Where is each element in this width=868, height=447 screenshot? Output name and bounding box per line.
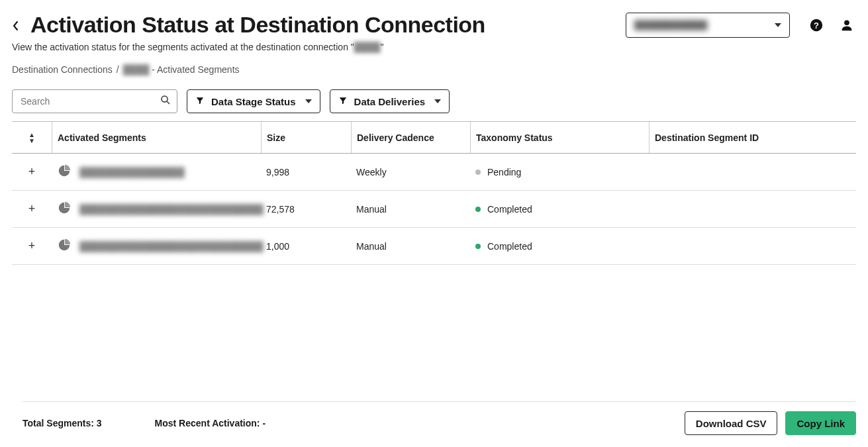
page-title: Activation Status at Destination Connect… [30,12,618,38]
svg-point-2 [844,20,849,25]
search-input-container[interactable] [12,89,177,113]
funnel-icon [195,96,205,107]
delivery-cadence: Weekly [351,167,470,177]
svg-text:?: ? [814,20,819,30]
breadcrumb: Destination Connections / ████ - Activat… [12,64,856,75]
account-dropdown-label: ████████████ [634,20,708,30]
breadcrumb-leaf: ████ - Activated Segments [123,64,240,75]
delivery-cadence: Manual [351,241,470,252]
help-icon[interactable]: ? [807,16,826,34]
segment-name[interactable]: ████████████████ [79,167,185,177]
chevron-down-icon [775,23,781,27]
table-row: +████████████████████████████1,000Manual… [12,228,856,265]
col-delivery-cadence[interactable]: Delivery Cadence [351,122,470,153]
funnel-icon [338,96,348,107]
copy-link-button[interactable]: Copy Link [785,411,856,435]
table-row: +████████████████9,998WeeklyPending [12,154,856,191]
table-header: ▲▼ Activated Segments Size Delivery Cade… [12,122,856,154]
taxonomy-status: Completed [470,204,649,215]
table-row: +████████████████████████████72,578Manua… [12,191,856,228]
table-footer: Total Segments: 3 Most Recent Activation… [23,401,856,447]
filter-label: Data Deliveries [354,96,426,107]
status-dot-icon [475,170,481,175]
segment-name[interactable]: ████████████████████████████ [79,204,264,215]
taxonomy-status: Pending [470,167,649,177]
pie-chart-icon [57,238,72,254]
sort-toggle[interactable]: ▲▼ [12,132,52,144]
segments-table: ▲▼ Activated Segments Size Delivery Cade… [12,121,856,265]
account-dropdown[interactable]: ████████████ [626,13,790,38]
chevron-down-icon [434,99,441,103]
col-taxonomy-status[interactable]: Taxonomy Status [470,122,649,153]
segment-size: 9,998 [261,167,351,177]
col-destination-segment-id[interactable]: Destination Segment ID [649,122,856,153]
segment-size: 1,000 [261,241,351,252]
segment-size: 72,578 [261,204,351,215]
user-icon[interactable] [838,16,856,34]
svg-line-4 [167,101,169,104]
search-input[interactable] [19,95,160,107]
filter-data-deliveries[interactable]: Data Deliveries [330,89,450,113]
pie-chart-icon [57,201,72,217]
segment-name[interactable]: ████████████████████████████ [79,241,264,252]
expand-row-icon[interactable]: + [12,239,52,253]
page-subtitle: View the activation status for the segme… [12,42,856,52]
expand-row-icon[interactable]: + [12,165,52,179]
breadcrumb-root[interactable]: Destination Connections [12,64,113,75]
col-size[interactable]: Size [261,122,351,153]
search-icon [160,94,171,109]
delivery-cadence: Manual [351,204,470,215]
taxonomy-status: Completed [470,241,649,252]
most-recent-activation: Most Recent Activation: - [155,418,266,428]
chevron-down-icon [305,99,312,103]
expand-row-icon[interactable]: + [12,202,52,216]
total-segments: Total Segments: 3 [23,418,102,428]
col-activated-segments[interactable]: Activated Segments [52,122,261,153]
back-chevron-icon[interactable] [12,20,20,34]
svg-point-3 [162,96,168,102]
pie-chart-icon [57,164,72,180]
filter-data-stage-status[interactable]: Data Stage Status [187,89,320,113]
download-csv-button[interactable]: Download CSV [685,411,778,435]
status-dot-icon [475,244,481,249]
status-dot-icon [475,207,481,212]
filter-label: Data Stage Status [211,96,296,107]
